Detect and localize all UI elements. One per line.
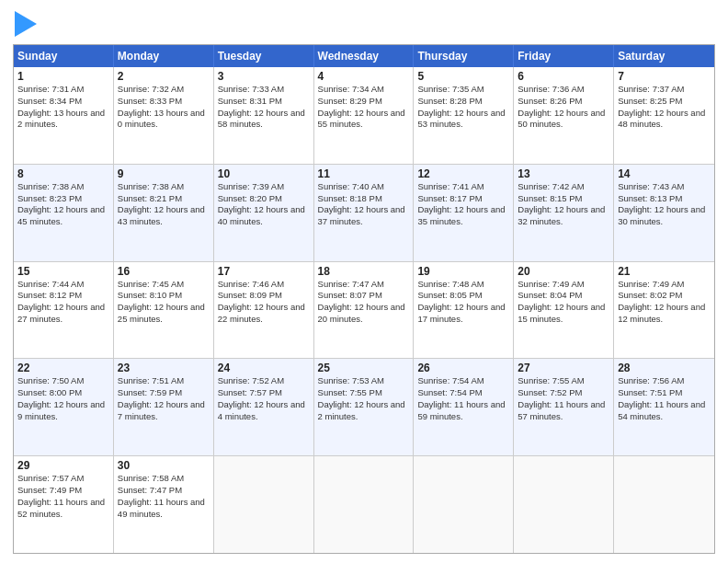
table-row: 4 Sunrise: 7:34 AM Sunset: 8:29 PM Dayli… [314, 67, 415, 164]
sunrise-label: Sunrise: 7:39 AM [218, 181, 284, 191]
daylight-label: Daylight: 13 hours and 0 minutes. [118, 108, 205, 130]
day-number: 10 [218, 167, 310, 180]
table-row: 11 Sunrise: 7:40 AM Sunset: 8:18 PM Dayl… [314, 165, 415, 261]
table-row: 20 Sunrise: 7:49 AM Sunset: 8:04 PM Dayl… [514, 262, 614, 359]
day-number: 18 [318, 265, 410, 278]
cell-info: Sunrise: 7:42 AM Sunset: 8:15 PM Dayligh… [518, 181, 609, 228]
daylight-label: Daylight: 12 hours and 58 minutes. [218, 108, 305, 130]
sunset-label: Sunset: 8:21 PM [118, 193, 182, 203]
daylight-label: Daylight: 12 hours and 30 minutes. [618, 204, 705, 226]
sunrise-label: Sunrise: 7:49 AM [518, 279, 584, 289]
daylight-label: Daylight: 12 hours and 32 minutes. [518, 204, 605, 226]
calendar-row: 1 Sunrise: 7:31 AM Sunset: 8:34 PM Dayli… [14, 67, 714, 165]
day-number: 9 [118, 167, 210, 180]
day-number: 2 [118, 70, 210, 83]
table-row [214, 456, 314, 553]
sunset-label: Sunset: 8:34 PM [17, 96, 82, 106]
sunset-label: Sunset: 8:00 PM [17, 387, 82, 397]
sunset-label: Sunset: 8:04 PM [518, 290, 582, 300]
sunrise-label: Sunrise: 7:49 AM [618, 279, 684, 289]
cell-info: Sunrise: 7:38 AM Sunset: 8:23 PM Dayligh… [17, 181, 109, 228]
day-number: 17 [218, 265, 310, 278]
sunrise-label: Sunrise: 7:37 AM [618, 84, 684, 94]
sunset-label: Sunset: 7:49 PM [17, 485, 82, 495]
cell-info: Sunrise: 7:54 AM Sunset: 7:54 PM Dayligh… [417, 375, 509, 422]
day-number: 14 [618, 167, 711, 180]
sunrise-label: Sunrise: 7:50 AM [17, 375, 84, 385]
table-row: 22 Sunrise: 7:50 AM Sunset: 8:00 PM Dayl… [14, 359, 114, 455]
cell-info: Sunrise: 7:47 AM Sunset: 8:07 PM Dayligh… [318, 279, 410, 326]
sunset-label: Sunset: 7:59 PM [118, 387, 182, 397]
table-row: 27 Sunrise: 7:55 AM Sunset: 7:52 PM Dayl… [514, 359, 614, 455]
day-number: 15 [17, 265, 109, 278]
daylight-label: Daylight: 11 hours and 49 minutes. [118, 497, 205, 519]
sunset-label: Sunset: 8:26 PM [518, 96, 582, 106]
cell-info: Sunrise: 7:53 AM Sunset: 7:55 PM Dayligh… [318, 375, 410, 422]
header-friday: Friday [514, 45, 614, 67]
sunrise-label: Sunrise: 7:41 AM [417, 181, 483, 191]
table-row: 25 Sunrise: 7:53 AM Sunset: 7:55 PM Dayl… [314, 359, 415, 455]
table-row: 3 Sunrise: 7:33 AM Sunset: 8:31 PM Dayli… [214, 67, 314, 164]
cell-info: Sunrise: 7:48 AM Sunset: 8:05 PM Dayligh… [417, 279, 509, 326]
day-number: 26 [417, 362, 509, 374]
sunrise-label: Sunrise: 7:55 AM [518, 375, 584, 385]
header-monday: Monday [114, 45, 214, 67]
cell-info: Sunrise: 7:37 AM Sunset: 8:25 PM Dayligh… [618, 84, 711, 131]
daylight-label: Daylight: 12 hours and 50 minutes. [518, 108, 605, 130]
sunrise-label: Sunrise: 7:44 AM [17, 279, 84, 289]
daylight-label: Daylight: 12 hours and 9 minutes. [17, 399, 105, 421]
calendar-row: 22 Sunrise: 7:50 AM Sunset: 8:00 PM Dayl… [14, 359, 714, 456]
day-number: 13 [518, 167, 609, 180]
sunset-label: Sunset: 8:28 PM [417, 96, 482, 106]
table-row: 26 Sunrise: 7:54 AM Sunset: 7:54 PM Dayl… [414, 359, 514, 455]
table-row [614, 456, 714, 553]
day-number: 20 [518, 265, 609, 278]
sunset-label: Sunset: 8:18 PM [318, 193, 382, 203]
daylight-label: Daylight: 12 hours and 55 minutes. [318, 108, 405, 130]
day-number: 8 [17, 167, 109, 180]
sunset-label: Sunset: 8:25 PM [618, 96, 682, 106]
cell-info: Sunrise: 7:50 AM Sunset: 8:00 PM Dayligh… [17, 375, 109, 422]
cell-info: Sunrise: 7:43 AM Sunset: 8:13 PM Dayligh… [618, 181, 711, 228]
calendar-row: 29 Sunrise: 7:57 AM Sunset: 7:49 PM Dayl… [14, 456, 714, 553]
daylight-label: Daylight: 11 hours and 54 minutes. [618, 399, 705, 421]
table-row: 5 Sunrise: 7:35 AM Sunset: 8:28 PM Dayli… [414, 67, 514, 164]
sunrise-label: Sunrise: 7:46 AM [218, 279, 284, 289]
table-row: 24 Sunrise: 7:52 AM Sunset: 7:57 PM Dayl… [214, 359, 314, 455]
day-number: 4 [318, 70, 410, 83]
cell-info: Sunrise: 7:45 AM Sunset: 8:10 PM Dayligh… [118, 279, 210, 326]
header-tuesday: Tuesday [214, 45, 314, 67]
table-row [514, 456, 614, 553]
day-number: 1 [17, 70, 109, 83]
sunrise-label: Sunrise: 7:56 AM [618, 375, 684, 385]
table-row: 16 Sunrise: 7:45 AM Sunset: 8:10 PM Dayl… [114, 262, 214, 359]
table-row: 15 Sunrise: 7:44 AM Sunset: 8:12 PM Dayl… [14, 262, 114, 359]
header-sunday: Sunday [14, 45, 114, 67]
day-number: 11 [318, 167, 410, 180]
table-row [314, 456, 415, 553]
sunset-label: Sunset: 7:57 PM [218, 387, 282, 397]
cell-info: Sunrise: 7:44 AM Sunset: 8:12 PM Dayligh… [17, 279, 109, 326]
sunrise-label: Sunrise: 7:43 AM [618, 181, 684, 191]
daylight-label: Daylight: 12 hours and 53 minutes. [417, 108, 505, 130]
logo [13, 11, 37, 37]
daylight-label: Daylight: 12 hours and 17 minutes. [417, 302, 505, 324]
header-saturday: Saturday [614, 45, 714, 67]
cell-info: Sunrise: 7:41 AM Sunset: 8:17 PM Dayligh… [417, 181, 509, 228]
cell-info: Sunrise: 7:33 AM Sunset: 8:31 PM Dayligh… [218, 84, 310, 131]
table-row: 8 Sunrise: 7:38 AM Sunset: 8:23 PM Dayli… [14, 165, 114, 261]
daylight-label: Daylight: 12 hours and 12 minutes. [618, 302, 705, 324]
cell-info: Sunrise: 7:32 AM Sunset: 8:33 PM Dayligh… [118, 84, 210, 131]
daylight-label: Daylight: 12 hours and 43 minutes. [118, 204, 205, 226]
sunrise-label: Sunrise: 7:36 AM [518, 84, 584, 94]
sunset-label: Sunset: 8:20 PM [218, 193, 282, 203]
daylight-label: Daylight: 12 hours and 40 minutes. [218, 204, 305, 226]
day-number: 29 [17, 459, 109, 472]
calendar-header: Sunday Monday Tuesday Wednesday Thursday… [14, 45, 714, 67]
sunrise-label: Sunrise: 7:51 AM [118, 375, 184, 385]
sunrise-label: Sunrise: 7:48 AM [417, 279, 483, 289]
daylight-label: Daylight: 11 hours and 59 minutes. [417, 399, 505, 421]
calendar-row: 15 Sunrise: 7:44 AM Sunset: 8:12 PM Dayl… [14, 262, 714, 360]
table-row: 23 Sunrise: 7:51 AM Sunset: 7:59 PM Dayl… [114, 359, 214, 455]
svg-marker-0 [15, 11, 37, 37]
